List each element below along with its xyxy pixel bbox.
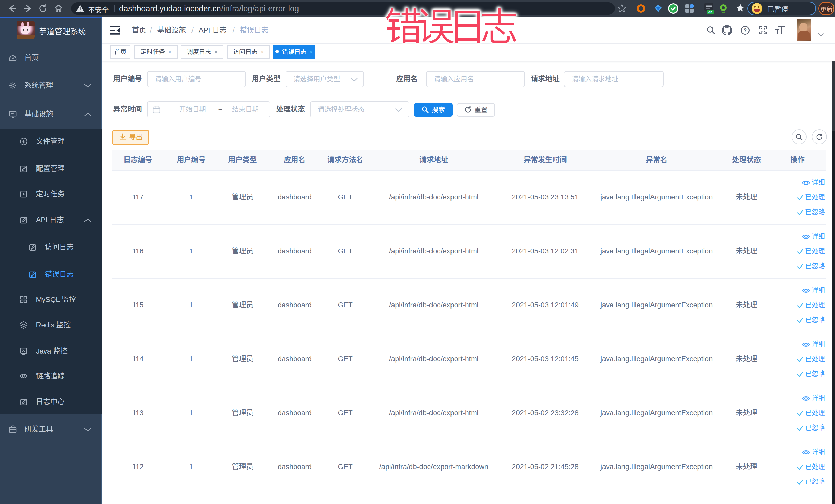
svg-text:on: on xyxy=(709,10,712,14)
svg-text:?: ? xyxy=(744,27,747,33)
